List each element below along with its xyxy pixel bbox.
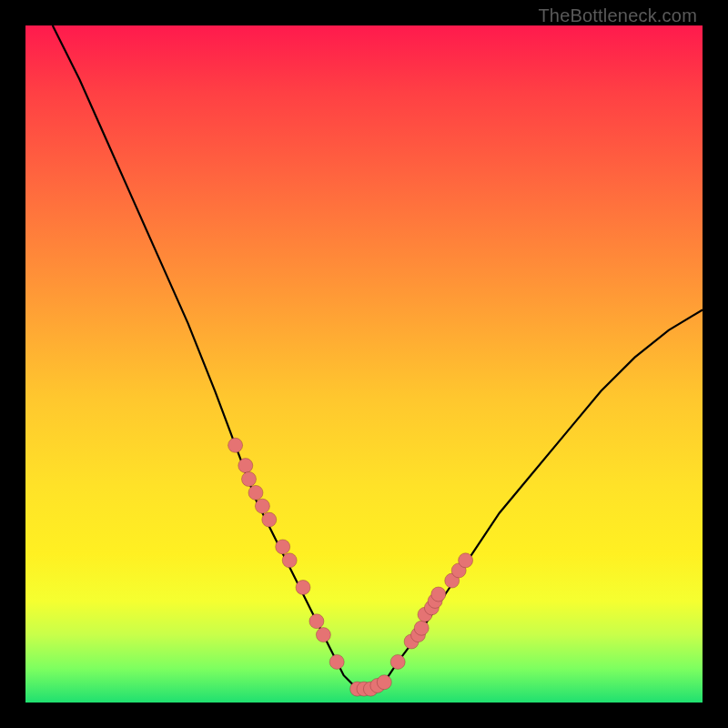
- highlight-dot: [242, 472, 257, 487]
- attribution-label: TheBottleneck.com: [538, 5, 697, 26]
- highlight-dot: [309, 614, 324, 629]
- highlight-dot: [459, 553, 473, 568]
- highlight-dot: [377, 675, 391, 690]
- highlight-dot: [414, 621, 429, 635]
- highlight-dot: [276, 540, 290, 554]
- highlight-dot: [238, 459, 253, 473]
- highlight-dot: [282, 553, 297, 568]
- highlight-dot: [329, 654, 344, 669]
- highlight-dot: [296, 581, 310, 595]
- highlight-dot: [390, 654, 405, 669]
- highlight-dot: [248, 485, 263, 500]
- highlight-dot: [316, 628, 330, 642]
- chart-plot-area: [25, 25, 703, 703]
- highlight-dot: [262, 512, 277, 527]
- chart-svg: [25, 25, 703, 703]
- highlight-dot: [431, 587, 446, 602]
- highlight-dot: [228, 438, 243, 452]
- highlight-dot: [255, 499, 269, 513]
- highlight-dots-group: [228, 438, 473, 696]
- bottleneck-curve: [53, 25, 703, 689]
